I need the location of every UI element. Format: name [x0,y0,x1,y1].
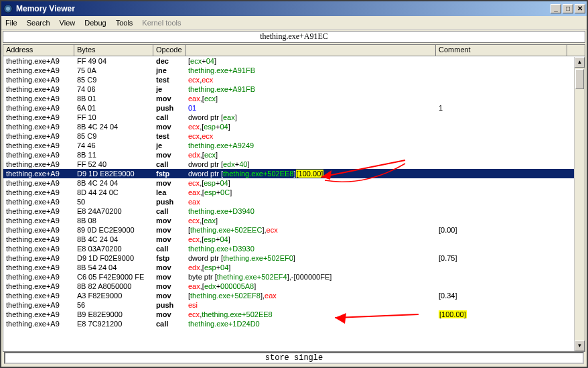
memory-viewer-window: Memory Viewer _ □ ✕ FileSearchViewDebugT… [0,0,588,368]
cell-opcode: test [153,131,186,141]
disasm-row[interactable]: thething.exe+A98D 44 24 0Cleaeax,[esp+0C… [3,188,585,197]
cell-operand: thething.exe+1D24D0 [186,319,436,328]
cell-bytes: 8B 4C 24 04 [74,235,153,244]
maximize-button[interactable]: □ [563,4,573,13]
cell-operand: eax,[ecx] [186,94,436,103]
cell-bytes: B9 E82E9000 [74,310,153,319]
disasm-row[interactable]: thething.exe+A956push▸esi [3,300,585,310]
cell-opcode: fstp [153,253,186,263]
cell-bytes: 85 C9 [74,75,153,84]
vertical-scrollbar[interactable]: ▲ ▼ [574,57,585,351]
disasm-row[interactable]: thething.exe+A974 06jethething.exe+A91FB [3,84,585,94]
cell-operand: thething.exe+A91FB [186,66,436,75]
close-button[interactable]: ✕ [575,4,585,13]
disasm-row[interactable]: thething.exe+A9E8 24A70200callthething.e… [3,206,585,216]
minimize-button[interactable]: _ [550,4,561,13]
cell-operand: ecx,ecx [186,75,436,84]
cell-opcode: je [153,141,186,150]
header-opcode[interactable]: Opcode [153,45,186,56]
disassembly-grid: Address Bytes Opcode Comment thething.ex… [3,44,585,352]
menu-debug[interactable]: Debug [84,19,106,27]
disasm-row[interactable]: thething.exe+A98B 08movecx,[eax] [3,216,585,225]
menu-view[interactable]: View [60,19,76,27]
disasm-row[interactable]: thething.exe+A98B 54 24 04movedx,[esp+04… [3,263,585,272]
cell-opcode: je [153,84,186,94]
cell-opcode: mov [153,310,186,319]
disasm-row[interactable]: thething.exe+A974 46jethething.exe+A9249 [3,141,585,150]
cell-opcode: mov▸ [153,122,186,131]
disasm-row[interactable]: thething.exe+A98B 11movedx,[ecx] [3,150,585,160]
cell-operand: dword ptr [thething.exe+502EF0] [186,253,436,263]
cell-comment [436,263,567,272]
cell-comment [436,150,567,160]
disasm-row[interactable]: thething.exe+A950pusheax [3,197,585,206]
cell-comment [436,197,567,206]
disasm-row[interactable]: thething.exe+A9C6 05 F42E9000 FEmovbyte … [3,272,585,282]
cell-comment [436,178,567,188]
cell-address: thething.exe+A9 [3,197,74,206]
scroll-thumb[interactable] [575,69,584,89]
cell-address: thething.exe+A9 [3,160,74,169]
cell-operand: ecx,[esp+04] [186,235,436,244]
cell-comment [436,84,567,94]
menu-tools[interactable]: Tools [116,19,133,27]
disasm-row[interactable]: thething.exe+A98B 4C 24 04movecx,[esp+04… [3,235,585,244]
cell-operand: ecx,[esp+04] [186,122,436,131]
header-operand[interactable] [186,45,436,56]
cell-bytes: 89 0D EC2E9000 [74,225,153,235]
cell-comment [436,56,567,66]
disasm-row[interactable]: thething.exe+A985 C9testecx,ecx [3,131,585,141]
header-bytes[interactable]: Bytes [74,45,153,56]
cell-operand: byte ptr [thething.exe+502EF4],-[000000F… [186,272,436,282]
cell-comment [436,94,567,103]
disasm-row[interactable]: thething.exe+A9B9 E82E9000movecx,thethin… [3,310,585,319]
cell-opcode: call [153,319,186,328]
cell-opcode: call [153,206,186,216]
cell-opcode: mov [153,94,186,103]
cell-bytes: 50 [74,197,153,206]
cell-operand: dword ptr [edx+40] [186,160,436,169]
disasm-row[interactable]: thething.exe+A9A3 F82E9000mov[thething.e… [3,291,585,300]
menu-file[interactable]: File [5,19,17,27]
scroll-down-button[interactable]: ▼ [575,341,585,351]
cell-opcode: push [153,197,186,206]
disasm-row[interactable]: thething.exe+A98B 82 A8050000moveax,[edx… [3,282,585,291]
header-comment[interactable]: Comment [436,45,567,56]
titlebar[interactable]: Memory Viewer _ □ ✕ [1,1,587,16]
disasm-row[interactable]: thething.exe+A98B 4C 24 04mov▸ecx,[esp+0… [3,122,585,131]
cell-address: thething.exe+A9 [3,178,74,188]
menubar: FileSearchViewDebugToolsKernel tools [1,16,587,29]
location-bar[interactable]: thething.exe+A91EC [3,31,585,43]
cell-comment [436,216,567,225]
cell-address: thething.exe+A9 [3,188,74,197]
cell-address: thething.exe+A9 [3,291,74,300]
scroll-up-button[interactable]: ▲ [575,57,585,68]
menu-search[interactable]: Search [27,19,50,27]
disasm-row[interactable]: thething.exe+A9FF 10calldword ptr [eax] [3,113,585,122]
cell-operand: [ecx+04] [186,56,436,66]
cell-address: thething.exe+A9 [3,300,74,310]
cell-comment [436,282,567,291]
disasm-row[interactable]: thething.exe+A985 C9testecx,ecx [3,75,585,84]
cell-bytes: E8 7C921200 [74,319,153,328]
cell-address: thething.exe+A9 [3,94,74,103]
disasm-row[interactable]: thething.exe+A9D9 1D F02E9000fstpdword p… [3,253,585,263]
header-address[interactable]: Address [3,45,74,56]
disasm-row[interactable]: thething.exe+A96A 01push011 [3,103,585,113]
disassembly-rows[interactable]: thething.exe+A9FF 49 04dec[ecx+04]thethi… [3,56,585,351]
disasm-row[interactable]: thething.exe+A9FF 49 04dec[ecx+04] [3,56,585,66]
cell-opcode: mov [153,291,186,300]
cell-address: thething.exe+A9 [3,66,74,75]
cell-opcode: jne [153,66,186,75]
cell-bytes: 74 46 [74,141,153,150]
disasm-row[interactable]: thething.exe+A98B 4C 24 04movecx,[esp+04… [3,178,585,188]
disasm-row[interactable]: thething.exe+A9E8 7C921200callthething.e… [3,319,585,328]
disasm-row[interactable]: thething.exe+A9E8 03A70200callthething.e… [3,244,585,253]
cell-opcode: dec [153,56,186,66]
cell-operand: thething.exe+D3930 [186,244,436,253]
disasm-row[interactable]: thething.exe+A975 0Ajnethething.exe+A91F… [3,66,585,75]
disasm-row[interactable]: thething.exe+A98B 01moveax,[ecx] [3,94,585,103]
disasm-row[interactable]: thething.exe+A9FF 52 40calldword ptr [ed… [3,160,585,169]
disasm-row[interactable]: thething.exe+A989 0D EC2E9000mov[thethin… [3,225,585,235]
disasm-row[interactable]: thething.exe+A9D9 1D E82E9000fstpdword p… [3,169,585,178]
